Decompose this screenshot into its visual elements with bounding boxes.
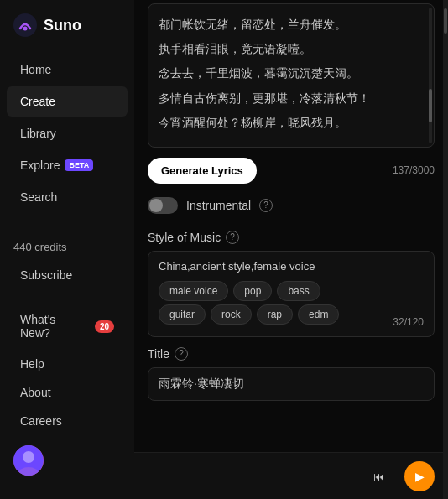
style-input-text: China,ancient style,female voice bbox=[159, 260, 424, 273]
toggle-thumb bbox=[149, 199, 163, 212]
instrumental-help-icon[interactable]: ? bbox=[259, 199, 273, 212]
tag-male-voice[interactable]: male voice bbox=[159, 281, 228, 301]
tag-guitar[interactable]: guitar bbox=[159, 304, 206, 325]
style-char-count: 32/120 bbox=[393, 316, 424, 328]
lyrics-line: 念去去，千里烟波，暮霭沉沉楚天阔。 bbox=[159, 63, 424, 84]
title-input[interactable]: 雨霖铃·寒蝉凄切 bbox=[148, 367, 435, 401]
lyrics-line: 今宵酒醒何处？杨柳岸，晓风残月。 bbox=[159, 112, 424, 133]
sidebar-item-library[interactable]: Library bbox=[7, 118, 128, 148]
style-help-icon[interactable]: ? bbox=[226, 231, 239, 244]
sidebar-item-search[interactable]: Search bbox=[7, 182, 128, 212]
suno-logo-icon bbox=[13, 13, 37, 37]
svg-point-1 bbox=[23, 27, 28, 31]
sidebar-item-create[interactable]: Create bbox=[7, 86, 128, 117]
generate-lyrics-row: Generate Lyrics 137/3000 bbox=[148, 158, 435, 184]
generate-lyrics-button[interactable]: Generate Lyrics bbox=[148, 158, 257, 184]
avatar-section bbox=[0, 435, 134, 486]
instrumental-toggle[interactable] bbox=[148, 197, 178, 214]
sidebar-item-about[interactable]: About bbox=[7, 379, 128, 406]
main-content: 都门帐饮无绪，留恋处，兰舟催发。 执手相看泪眼，竟无语凝噎。 念去去，千里烟波，… bbox=[134, 0, 448, 499]
lyrics-line: 都门帐饮无绪，留恋处，兰舟催发。 bbox=[159, 14, 424, 35]
style-tags-row: male voice pop bass bbox=[159, 281, 424, 301]
sidebar-item-home[interactable]: Home bbox=[7, 55, 128, 85]
tag-edm[interactable]: edm bbox=[298, 304, 339, 325]
tag-bass[interactable]: bass bbox=[277, 281, 320, 301]
svg-point-3 bbox=[23, 451, 34, 463]
avatar[interactable] bbox=[13, 445, 44, 476]
beta-badge: BETA bbox=[65, 159, 93, 171]
style-box[interactable]: China,ancient style,female voice male vo… bbox=[148, 251, 435, 337]
lyrics-scrollbar-thumb bbox=[429, 89, 432, 122]
lyrics-char-count: 137/3000 bbox=[393, 164, 435, 176]
sidebar-item-explore[interactable]: Explore BETA bbox=[7, 150, 128, 180]
scrollbar-thumb bbox=[444, 8, 447, 34]
credits-text: 440 credits bbox=[13, 241, 67, 253]
tag-rap[interactable]: rap bbox=[257, 304, 293, 325]
main-scrollbar[interactable] bbox=[443, 0, 448, 499]
play-icon: ▶ bbox=[415, 470, 425, 483]
skip-back-button[interactable]: ⏮ bbox=[364, 461, 394, 491]
title-section: Title ? 雨霖铃·寒蝉凄切 bbox=[148, 347, 435, 401]
play-button[interactable]: ▶ bbox=[404, 461, 435, 491]
sidebar: Suno Home Create Library Explore BETA Se… bbox=[0, 0, 134, 499]
title-help-icon[interactable]: ? bbox=[175, 347, 188, 361]
sidebar-item-careers[interactable]: Careers bbox=[7, 408, 128, 434]
skip-back-icon: ⏮ bbox=[373, 470, 385, 483]
title-label: Title ? bbox=[148, 347, 435, 361]
style-tags-row-2: guitar rock rap edm 32/120 bbox=[159, 304, 424, 325]
content-area: 都门帐饮无绪，留恋处，兰舟催发。 执手相看泪眼，竟无语凝噎。 念去去，千里烟波，… bbox=[134, 0, 448, 452]
whats-new-badge: 20 bbox=[95, 320, 114, 333]
tag-pop[interactable]: pop bbox=[233, 281, 272, 301]
lyrics-box: 都门帐饮无绪，留恋处，兰舟催发。 执手相看泪眼，竟无语凝噎。 念去去，千里烟波，… bbox=[148, 3, 435, 148]
credits-section: 440 credits bbox=[0, 233, 134, 260]
sidebar-item-help[interactable]: Help bbox=[7, 351, 128, 377]
lyrics-line: 多情自古伤离别，更那堪，冷落清秋节！ bbox=[159, 88, 424, 109]
instrumental-row: Instrumental ? bbox=[148, 197, 435, 214]
instrumental-label: Instrumental bbox=[186, 199, 251, 212]
whats-new-item[interactable]: What's New? 20 bbox=[7, 304, 128, 348]
player-bar: ⏮ ▶ bbox=[134, 452, 448, 499]
tag-rock[interactable]: rock bbox=[211, 304, 252, 325]
lyrics-line: 执手相看泪眼，竟无语凝噎。 bbox=[159, 39, 424, 60]
avatar-image bbox=[13, 445, 44, 476]
style-section-label: Style of Music ? bbox=[148, 231, 435, 244]
lyrics-text: 都门帐饮无绪，留恋处，兰舟催发。 执手相看泪眼，竟无语凝噎。 念去去，千里烟波，… bbox=[159, 14, 424, 133]
subscribe-button[interactable]: Subscribe bbox=[7, 262, 128, 288]
lyrics-scrollbar[interactable] bbox=[429, 8, 432, 143]
logo-text: Suno bbox=[44, 17, 81, 34]
logo: Suno bbox=[0, 13, 134, 54]
